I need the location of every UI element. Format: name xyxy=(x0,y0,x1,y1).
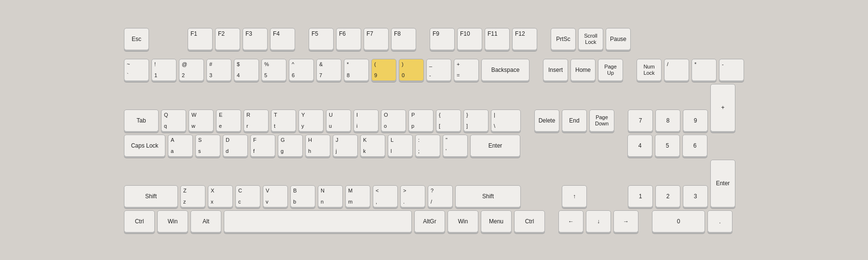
key-rbracket[interactable]: } ] xyxy=(463,109,488,132)
key-a[interactable]: A a xyxy=(168,135,193,157)
key-6[interactable]: ^ 6 xyxy=(289,59,314,81)
key-num9[interactable]: 9 xyxy=(683,109,708,132)
key-j[interactable]: J j xyxy=(333,135,358,157)
key-arrow-up[interactable]: ↑ xyxy=(562,185,587,207)
key-0[interactable]: ) 0 xyxy=(399,59,424,81)
key-z[interactable]: Z z xyxy=(180,185,205,207)
key-space[interactable] xyxy=(224,210,412,233)
key-num6[interactable]: 6 xyxy=(682,135,707,157)
key-3[interactable]: # 3 xyxy=(206,59,231,81)
key-k[interactable]: K k xyxy=(360,135,385,157)
key-p[interactable]: P p xyxy=(408,109,434,132)
key-u[interactable]: U u xyxy=(326,109,351,132)
key-y[interactable]: Y y xyxy=(298,109,324,132)
key-numstar[interactable]: * xyxy=(692,59,717,81)
key-tab[interactable]: Tab xyxy=(124,109,159,132)
key-n[interactable]: N n xyxy=(318,185,343,207)
key-w[interactable]: W w xyxy=(189,109,214,132)
key-pageup[interactable]: PageUp xyxy=(598,59,623,81)
key-num5[interactable]: 5 xyxy=(655,135,680,157)
key-num3[interactable]: 3 xyxy=(683,185,708,207)
key-g[interactable]: G g xyxy=(278,135,303,157)
key-altgr[interactable]: AltGr xyxy=(414,210,445,233)
key-num7[interactable]: 7 xyxy=(628,109,653,132)
key-numenter[interactable]: Enter xyxy=(710,160,735,207)
key-f9[interactable]: F9 xyxy=(430,28,455,50)
key-v[interactable]: V v xyxy=(263,185,288,207)
key-numslash[interactable]: / xyxy=(664,59,689,81)
key-b[interactable]: B b xyxy=(290,185,315,207)
key-f[interactable]: F f xyxy=(250,135,275,157)
key-f2[interactable]: F2 xyxy=(215,28,240,50)
key-7[interactable]: & 7 xyxy=(316,59,341,81)
key-alt-left[interactable]: Alt xyxy=(190,210,221,233)
key-ctrl-right[interactable]: Ctrl xyxy=(514,210,545,233)
key-end[interactable]: End xyxy=(562,109,587,132)
key-num0[interactable]: 0 xyxy=(652,210,705,233)
key-quote[interactable]: " ' xyxy=(443,135,468,157)
key-f11[interactable]: F11 xyxy=(485,28,510,50)
key-m[interactable]: M m xyxy=(345,185,370,207)
key-home[interactable]: Home xyxy=(570,59,596,81)
key-f7[interactable]: F7 xyxy=(364,28,389,50)
key-arrow-left[interactable]: ← xyxy=(558,210,583,233)
key-slash[interactable]: ? / xyxy=(428,185,453,207)
key-numplus[interactable]: + xyxy=(710,84,735,132)
key-win-left[interactable]: Win xyxy=(157,210,188,233)
key-pause[interactable]: Pause xyxy=(606,28,631,50)
key-prtsc[interactable]: PrtSc xyxy=(551,28,576,50)
key-insert[interactable]: Insert xyxy=(543,59,568,81)
key-num4[interactable]: 4 xyxy=(627,135,652,157)
key-win-right[interactable]: Win xyxy=(448,210,478,233)
key-ctrl-left[interactable]: Ctrl xyxy=(124,210,155,233)
key-capslock[interactable]: Caps Lock xyxy=(124,135,165,157)
key-tilde[interactable]: ~ ` xyxy=(124,59,149,81)
key-numlock[interactable]: NumLock xyxy=(637,59,662,81)
key-f4[interactable]: F4 xyxy=(270,28,295,50)
key-e[interactable]: E e xyxy=(216,109,241,132)
key-f12[interactable]: F12 xyxy=(512,28,537,50)
key-lbracket[interactable]: { [ xyxy=(436,109,461,132)
key-num8[interactable]: 8 xyxy=(655,109,680,132)
key-o[interactable]: O o xyxy=(381,109,406,132)
key-numminus[interactable]: - xyxy=(719,59,744,81)
key-c[interactable]: C c xyxy=(235,185,260,207)
key-enter[interactable]: Enter xyxy=(470,135,520,157)
key-l[interactable]: L l xyxy=(388,135,413,157)
key-f10[interactable]: F10 xyxy=(457,28,482,50)
key-numdot[interactable]: . xyxy=(707,210,732,233)
key-minus[interactable]: _ - xyxy=(426,59,451,81)
key-num1[interactable]: 1 xyxy=(628,185,653,207)
key-esc[interactable]: Esc xyxy=(124,28,149,50)
key-backslash[interactable]: | \ xyxy=(491,109,521,132)
key-pagedown[interactable]: PageDown xyxy=(589,109,614,132)
key-shift-left[interactable]: Shift xyxy=(124,185,178,207)
key-x[interactable]: X x xyxy=(208,185,233,207)
key-i[interactable]: I i xyxy=(353,109,379,132)
key-shift-right[interactable]: Shift xyxy=(455,185,521,207)
key-q[interactable]: Q q xyxy=(161,109,186,132)
key-9[interactable]: ( 9 xyxy=(371,59,396,81)
key-comma[interactable]: < , xyxy=(373,185,398,207)
key-semicolon[interactable]: : ; xyxy=(415,135,440,157)
key-arrow-right[interactable]: → xyxy=(613,210,638,233)
key-period[interactable]: > . xyxy=(400,185,425,207)
key-s[interactable]: S s xyxy=(195,135,220,157)
key-h[interactable]: H h xyxy=(305,135,330,157)
key-f1[interactable]: F1 xyxy=(188,28,213,50)
key-t[interactable]: T t xyxy=(271,109,296,132)
key-arrow-down[interactable]: ↓ xyxy=(586,210,611,233)
key-1[interactable]: ! 1 xyxy=(151,59,176,81)
key-f3[interactable]: F3 xyxy=(243,28,268,50)
key-r[interactable]: R r xyxy=(244,109,269,132)
key-menu[interactable]: Menu xyxy=(481,210,512,233)
key-2[interactable]: @ 2 xyxy=(179,59,204,81)
key-f8[interactable]: F8 xyxy=(391,28,416,50)
key-4[interactable]: $ 4 xyxy=(234,59,259,81)
key-f6[interactable]: F6 xyxy=(336,28,361,50)
key-f5[interactable]: F5 xyxy=(309,28,334,50)
key-num2[interactable]: 2 xyxy=(655,185,680,207)
key-8[interactable]: * 8 xyxy=(344,59,369,81)
key-delete[interactable]: Delete xyxy=(534,109,559,132)
key-equals[interactable]: + = xyxy=(454,59,479,81)
